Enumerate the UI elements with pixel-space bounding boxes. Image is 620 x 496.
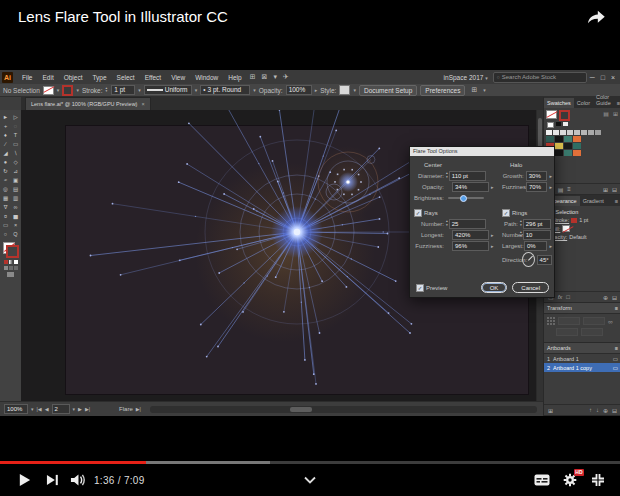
halo-fuzziness-field[interactable]: 70% — [526, 182, 547, 192]
gray-swatch-5[interactable] — [581, 130, 587, 135]
gray-swatch-6[interactable] — [588, 130, 594, 135]
gray-swatch-3[interactable] — [567, 130, 573, 135]
view-list-icon[interactable]: ▤ — [603, 110, 609, 121]
stock-search-input[interactable]: ○ Search Adobe Stock — [493, 72, 587, 83]
swatch-white[interactable] — [547, 122, 554, 128]
fullscreen-button[interactable] — [586, 468, 610, 492]
menu-type[interactable]: Type — [87, 74, 111, 81]
horizontal-scrollbar[interactable] — [150, 406, 537, 413]
color-swatch-7[interactable] — [573, 143, 581, 149]
direct-selection-tool[interactable]: ▷ — [11, 112, 20, 121]
appearance-fill-row[interactable]: ▸ Fill: — [544, 224, 620, 233]
w-field[interactable] — [556, 328, 578, 336]
longest-slider-icon[interactable]: ▸ — [491, 232, 494, 238]
color-button[interactable] — [4, 260, 8, 264]
artboard-number-field[interactable]: 2 — [52, 404, 70, 414]
close-button[interactable]: × — [611, 74, 615, 81]
largest-slider-icon[interactable]: ▸ — [549, 243, 552, 249]
swatch-registration[interactable] — [563, 122, 568, 126]
menu-select[interactable]: Select — [112, 74, 140, 81]
rectangle-tool[interactable]: ▭ — [11, 139, 20, 148]
first-artboard-icon[interactable]: |◀ — [37, 406, 42, 412]
longest-field[interactable]: 420% — [452, 230, 489, 240]
stroke-stepper[interactable]: ▴▾ — [105, 87, 107, 94]
profile-dropdown-icon[interactable]: ▾ — [195, 87, 198, 93]
stroke-swatch[interactable] — [62, 85, 73, 96]
column-graph-tool[interactable]: ▅ — [11, 211, 20, 220]
document-layout-icon[interactable]: ⊠ — [262, 73, 268, 81]
constrain-link-icon[interactable]: ∞ — [608, 318, 613, 325]
growth-slider-icon[interactable]: ▸ — [549, 173, 552, 179]
tab-swatches[interactable]: Swatches — [544, 98, 574, 108]
menu-view[interactable]: View — [166, 74, 190, 81]
workspace-switcher[interactable]: inSpace 2017 ▾ — [439, 74, 493, 81]
move-up-icon[interactable]: ↑ — [589, 407, 592, 413]
color-swatch-10[interactable] — [564, 150, 572, 156]
flare-opacity-field[interactable]: 34% — [452, 182, 489, 192]
rings-checkbox[interactable]: ✓ — [502, 209, 510, 217]
style-dropdown-icon[interactable]: ▾ — [353, 87, 356, 93]
zoom-tool[interactable]: Q — [11, 229, 20, 238]
layout-dropdown-icon[interactable]: ▾ — [273, 73, 277, 81]
color-swatch-5[interactable] — [555, 143, 563, 149]
appearance-stroke-row[interactable]: ▸ Stroke: 1 pt — [544, 216, 620, 224]
color-swatch-2[interactable] — [564, 136, 572, 142]
opacity-field[interactable]: 100% — [286, 85, 312, 95]
magic-wand-tool[interactable]: + — [1, 121, 10, 130]
h-field[interactable] — [581, 328, 603, 336]
direction-dial[interactable] — [522, 252, 535, 267]
pen-tool[interactable]: ♦ — [1, 130, 10, 139]
fill-stroke-indicator[interactable] — [3, 242, 19, 258]
brightness-slider[interactable] — [448, 197, 484, 199]
tab-close-icon[interactable]: × — [141, 101, 144, 107]
free-transform-tool[interactable]: ▣ — [11, 175, 20, 184]
color-swatch-1[interactable] — [555, 136, 563, 142]
tab-color-guide[interactable]: Color Guide — [593, 92, 614, 108]
panel-menu-icon[interactable]: ≡ — [614, 98, 620, 108]
halo-fuzziness-slider-icon[interactable]: ▸ — [549, 184, 552, 190]
menu-object[interactable]: Object — [59, 74, 88, 81]
mesh-tool[interactable]: ▦ — [1, 193, 10, 202]
largest-field[interactable]: 0% — [524, 241, 547, 251]
brush-select[interactable]: • 3 pt. Round — [200, 85, 250, 95]
prev-artboard-icon[interactable]: ◀ — [45, 406, 49, 412]
shaper-tool[interactable]: ● — [1, 157, 10, 166]
stroke-width-dropdown-icon[interactable]: ▾ — [138, 87, 141, 93]
last-artboard-icon[interactable]: ▶| — [85, 406, 90, 412]
rays-fuzziness-slider-icon[interactable]: ▸ — [491, 243, 494, 249]
draw-inside-button[interactable] — [14, 266, 18, 270]
hand-tool[interactable]: ○ — [1, 229, 10, 238]
stroke-color-chip[interactable] — [571, 218, 577, 223]
width-tool[interactable]: ≈ — [1, 175, 10, 184]
color-swatch-3[interactable] — [573, 136, 581, 142]
slice-tool[interactable]: × — [11, 220, 20, 229]
cancel-button[interactable]: Cancel — [512, 282, 549, 293]
tab-color[interactable]: Color — [574, 98, 593, 108]
line-tool[interactable]: ∕ — [1, 139, 10, 148]
eyedropper-tool[interactable]: ∇ — [1, 202, 10, 211]
share-button[interactable] — [586, 8, 606, 26]
fill-dropdown-icon[interactable]: ▾ — [57, 87, 60, 93]
preview-checkbox[interactable]: ✓ — [416, 284, 424, 292]
x-field[interactable] — [558, 317, 580, 325]
next-artboard-icon[interactable]: ▶ — [78, 406, 82, 412]
rings-number-stepper[interactable]: ▴▾ — [520, 231, 522, 238]
rearrange-artboards-icon[interactable]: ⊞ — [548, 407, 553, 414]
swatch-options-icon[interactable]: ≡ — [567, 186, 571, 192]
appearance-opacity-row[interactable]: Opacity: Default — [544, 233, 620, 241]
path-field[interactable]: 296 pt — [523, 219, 551, 229]
panel-menu-icon[interactable]: ≡ — [615, 345, 618, 351]
gray-swatch-7[interactable] — [595, 130, 601, 135]
minimize-button[interactable]: ─ — [590, 74, 595, 81]
profile-select[interactable]: Uniform — [144, 85, 192, 95]
more-controls-button[interactable] — [298, 468, 322, 492]
touch-workspace-icon[interactable]: ⊞ — [471, 86, 477, 94]
zoom-dropdown-icon[interactable]: ▾ — [31, 406, 34, 412]
delete-artboard-icon[interactable]: ⊟ — [612, 407, 617, 414]
growth-field[interactable]: 30% — [526, 171, 548, 181]
document-tab[interactable]: Lens flare.ai* @ 100% (RGB/GPU Preview) … — [25, 97, 151, 110]
menu-file[interactable]: File — [17, 74, 37, 81]
next-button[interactable] — [40, 468, 64, 492]
gpu-performance-icon[interactable]: ✈ — [283, 73, 289, 81]
document-setup-button[interactable]: Document Setup — [359, 85, 417, 96]
